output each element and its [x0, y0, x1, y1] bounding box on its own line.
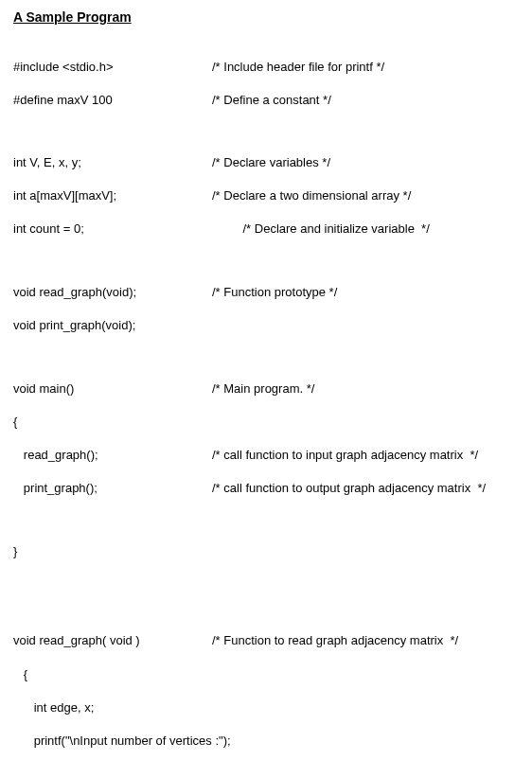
code-text: int count = 0; — [13, 221, 212, 238]
code-listing: #include <stdio.h>/* Include header file… — [13, 42, 519, 760]
code-comment: /* Include header file for printf */ — [212, 59, 384, 76]
code-text: } — [13, 543, 17, 560]
code-text: print_graph(); — [13, 480, 212, 497]
code-comment: /* Declare and initialize variable */ — [212, 221, 430, 238]
code-text: #define maxV 100 — [13, 92, 212, 109]
code-text: int V, E, x, y; — [13, 154, 212, 171]
code-text: void read_graph(void); — [13, 284, 212, 301]
code-comment: /* Declare a two dimensional array */ — [212, 187, 411, 204]
page-title: A Sample Program — [13, 9, 519, 25]
code-comment: /* Function prototype */ — [212, 284, 337, 301]
code-text: read_graph(); — [13, 447, 212, 464]
code-text: void main() — [13, 380, 212, 398]
code-text: int a[maxV][maxV]; — [13, 187, 212, 204]
code-comment: /* Main program. */ — [212, 380, 314, 398]
code-comment: /* Declare variables */ — [212, 154, 330, 171]
code-comment: /* Define a constant */ — [212, 92, 331, 109]
code-comment: /* call function to input graph adjacenc… — [212, 447, 478, 464]
code-comment: /* call function to output graph adjacen… — [212, 480, 486, 497]
code-comment: /* Function to read graph adjacency matr… — [212, 632, 458, 649]
code-text: #include <stdio.h> — [13, 59, 212, 76]
code-text: void print_graph(void); — [13, 317, 212, 334]
code-text: printf("\nInput number of vertices :"); — [13, 733, 231, 750]
code-text: void read_graph( void ) — [13, 632, 212, 649]
code-text: int edge, x; — [13, 699, 94, 716]
code-text: { — [13, 666, 27, 683]
code-text: { — [13, 414, 17, 431]
